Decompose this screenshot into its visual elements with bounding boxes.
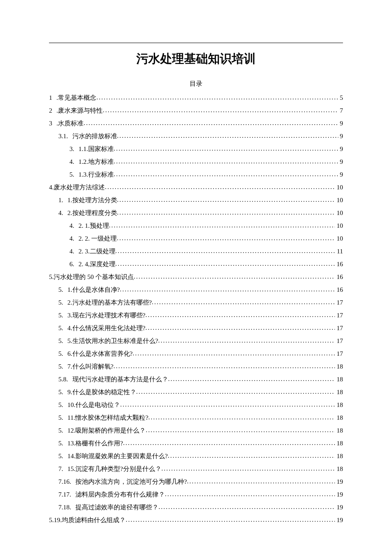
toc-entry[interactable]: 5.14.影响混凝效果的主要因素是什么?18 <box>49 450 343 462</box>
toc-page-number: 18 <box>335 450 343 462</box>
toc-entry[interactable]: 7.17.滤料层内杂质分布有什么规律？19 <box>49 488 343 501</box>
toc-marker: 3. <box>69 142 78 155</box>
toc-entry[interactable]: 5.7.什么叫溶解氧?18 <box>49 360 343 373</box>
toc-leader-dots <box>146 424 335 436</box>
toc-text: 11.憎水胶体怎样结成大颗粒? <box>67 411 148 424</box>
toc-entry[interactable]: 5.1.什么是水体自净?16 <box>49 283 343 296</box>
toc-text: 5.污水处理的 50 个基本知识点 <box>49 270 134 283</box>
toc-page-number: 17 <box>335 309 343 322</box>
toc-page-number: 18 <box>335 386 343 398</box>
toc-entry[interactable]: 2.废水来源与特性7 <box>49 104 343 117</box>
toc-entry[interactable]: 5.13.格栅有什么作用?18 <box>49 437 343 450</box>
toc-leader-dots <box>84 116 338 129</box>
toc-marker: 5. <box>58 309 67 322</box>
toc-entry[interactable]: 5.10.什么是电动位？18 <box>49 398 343 411</box>
toc-entry[interactable]: 7.18.提高过滤效率的途径有哪些？19 <box>49 501 343 514</box>
toc-marker: 7. <box>58 462 67 475</box>
toc-leader-dots <box>115 257 335 270</box>
toc-marker: 5.8. <box>58 373 72 386</box>
toc-entry[interactable]: 5.污水处理的 50 个基本知识点16 <box>49 270 343 283</box>
toc-marker: 7.17. <box>58 488 75 501</box>
toc-leader-dots <box>133 347 335 360</box>
toc-entry[interactable]: 5.5.生活饮用水的卫生标准是什么?17 <box>49 334 343 347</box>
toc-marker: 4. <box>69 219 78 232</box>
toc-page-number: 17 <box>335 334 343 347</box>
toc-page-number: 19 <box>335 501 343 514</box>
toc-text: 1.什么是水体自净? <box>67 283 120 296</box>
toc-entry[interactable]: 1.常见基本概念5 <box>49 91 343 104</box>
toc-leader-dots <box>168 449 335 462</box>
toc-marker: 6. <box>69 258 78 270</box>
toc-heading: 目录 <box>49 80 343 88</box>
toc-entry[interactable]: 1.1.按处理方法分类10 <box>49 194 343 206</box>
toc-marker: 4. <box>69 155 78 168</box>
toc-text: 9.什么是胶体的稳定性？ <box>67 386 136 398</box>
toc-text: 4.废水处理方法综述 <box>49 181 105 194</box>
toc-leader-dots <box>113 360 335 372</box>
toc-entry[interactable]: 6.2. 4,深度处理16 <box>49 258 343 270</box>
toc-entry[interactable]: 5.8.现代污水处理的基本方法是什么？18 <box>49 373 343 386</box>
toc-leader-dots <box>123 436 335 449</box>
toc-entry[interactable]: 4.1.2.地方标准9 <box>49 155 343 168</box>
toc-marker: 4. <box>69 232 78 245</box>
toc-entry[interactable]: 5.2.污水处理的基本方法有哪些?17 <box>49 296 343 309</box>
toc-leader-dots <box>117 232 335 244</box>
toc-page-number: 18 <box>335 360 343 373</box>
toc-leader-dots <box>126 513 335 526</box>
toc-entry[interactable]: 3.1.1.国家标准9 <box>49 142 343 155</box>
toc-marker: 3 <box>49 117 57 130</box>
toc-entry[interactable]: 5.6.什么是水体富营养化?17 <box>49 347 343 360</box>
toc-entry[interactable]: 4.2.按处理程度分类10 <box>49 206 343 219</box>
toc-page-number: 16 <box>335 283 343 296</box>
toc-leader-dots <box>114 155 338 168</box>
toc-leader-dots <box>109 219 335 232</box>
toc-entry[interactable]: 4.2. 1.预处理10 <box>49 219 343 232</box>
toc-text: 2. 1.预处理 <box>78 219 109 232</box>
toc-text: 1.按处理方法分类 <box>67 194 117 206</box>
toc-entry[interactable]: 5.19.均质滤料由什么组成？19 <box>49 514 343 526</box>
toc-entry[interactable]: 5.11.憎水胶体怎样结成大颗粒?18 <box>49 411 343 424</box>
toc-leader-dots <box>187 475 335 488</box>
toc-text: 5.生活饮用水的卫生标准是什么? <box>67 334 158 347</box>
toc-text: 2.污水处理的基本方法有哪些? <box>67 296 152 309</box>
toc-page-number: 18 <box>335 411 343 424</box>
toc-page-number: 18 <box>335 437 343 450</box>
toc-marker: 3.1. <box>58 130 72 142</box>
toc-marker: 5. <box>69 168 78 181</box>
toc-entry[interactable]: 5.3.现在污水处理技术有哪些?17 <box>49 309 343 322</box>
toc-page-number: 10 <box>335 181 343 194</box>
toc-entry[interactable]: 7.15.沉淀有几种类型?分别是什么？18 <box>49 462 343 475</box>
toc-entry[interactable]: 5.12.吸附架桥的作用是什么？18 <box>49 424 343 437</box>
toc-page-number: 18 <box>335 462 343 475</box>
toc-marker: 5. <box>58 411 67 424</box>
toc-leader-dots <box>158 334 335 347</box>
toc-entry[interactable]: 4.2. 2. 一级处理10 <box>49 232 343 245</box>
toc-page-number: 17 <box>335 347 343 360</box>
toc-entry[interactable]: 5.9.什么是胶体的稳定性？18 <box>49 386 343 398</box>
toc-entry[interactable]: 4.2. 3.二级处理11 <box>49 245 343 258</box>
toc-page-number: 17 <box>335 296 343 309</box>
toc-text: 12.吸附架桥的作用是什么？ <box>67 424 146 437</box>
toc-leader-dots <box>114 142 338 155</box>
toc-text: 5.19.均质滤料由什么组成？ <box>49 514 126 526</box>
toc-marker: 5. <box>58 424 67 437</box>
toc-text: 滤料层内杂质分布有什么规律？ <box>75 488 165 501</box>
toc-page-number: 11 <box>335 245 343 258</box>
toc-entry[interactable]: 4.废水处理方法综述10 <box>49 181 343 194</box>
toc-marker: 5. <box>58 347 67 360</box>
toc-marker: 5. <box>58 437 67 450</box>
toc-page-number: 10 <box>335 206 343 219</box>
toc-container: 1.常见基本概念52.废水来源与特性73.水质标准93.1.污水的排放标准93.… <box>49 91 343 526</box>
toc-entry[interactable]: 5.4.什么情况采用生化法处理?17 <box>49 322 343 334</box>
toc-marker: 1 <box>49 91 57 104</box>
toc-entry[interactable]: 3.1.污水的排放标准9 <box>49 130 343 142</box>
toc-entry[interactable]: 5.1.3.行业标准9 <box>49 168 343 181</box>
toc-text: 13.格栅有什么作用? <box>67 437 123 450</box>
toc-marker: 5. <box>58 334 67 347</box>
toc-entry[interactable]: 3.水质标准9 <box>49 117 343 130</box>
toc-text: 10.什么是电动位？ <box>67 398 120 411</box>
toc-page-number: 10 <box>335 232 343 245</box>
toc-marker: 5. <box>58 283 67 296</box>
toc-entry[interactable]: 7.16.按池内水流方向，沉淀池可分为哪几种?19 <box>49 475 343 488</box>
toc-page-number: 9 <box>338 168 343 181</box>
